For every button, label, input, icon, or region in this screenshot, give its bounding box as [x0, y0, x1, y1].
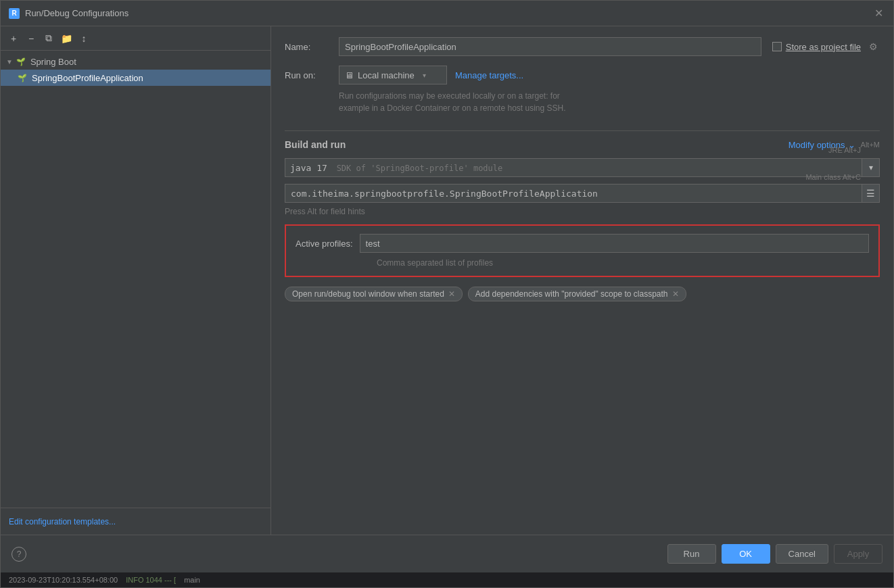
new-folder-button[interactable]: 📁	[59, 31, 74, 46]
action-buttons: Run OK Cancel Apply	[667, 544, 883, 564]
name-input[interactable]	[339, 37, 761, 56]
main-content: + − ⧉ 📁 ↕ ▼ 🌱 Spring Boot 🌱 SpringBootPr…	[1, 26, 893, 535]
run-debug-dialog: R Run/Debug Configurations ✕ + − ⧉ 📁 ↕ ▼…	[0, 0, 894, 588]
dropdown-arrow-icon: ▾	[423, 72, 426, 79]
active-profiles-label: Active profiles:	[296, 239, 353, 249]
main-class-input[interactable]	[285, 184, 862, 203]
profiles-hint: Comma separated list of profiles	[296, 258, 869, 268]
spring-boot-app-item[interactable]: 🌱 SpringBootProfileApplication	[1, 70, 270, 86]
store-project-label[interactable]: Store as project file	[786, 42, 861, 52]
run-on-row: Run on: 🖥 Local machine ▾ Manage targets…	[285, 66, 880, 84]
local-machine-label: Local machine	[358, 70, 415, 80]
name-row: Name: Store as project file ⚙	[285, 37, 880, 56]
group-arrow-icon: ▼	[6, 58, 13, 66]
tag-open-window: Open run/debug tool window when started …	[285, 287, 463, 301]
local-machine-dropdown[interactable]: 🖥 Local machine ▾	[339, 66, 447, 84]
run-hint-line1: Run configurations may be executed local…	[339, 90, 880, 102]
tag-add-dependencies-close[interactable]: ✕	[672, 289, 679, 299]
run-hint-line2: example in a Docker Container or on a re…	[339, 102, 880, 114]
left-panel: + − ⧉ 📁 ↕ ▼ 🌱 Spring Boot 🌱 SpringBootPr…	[1, 26, 271, 535]
status-info: INFO 1044 --- [	[126, 576, 176, 584]
tag-add-dependencies: Add dependencies with "provided" scope t…	[468, 287, 686, 301]
help-button[interactable]: ?	[11, 547, 26, 562]
spring-boot-group-header[interactable]: ▼ 🌱 Spring Boot	[1, 53, 270, 70]
left-bottom-area: Edit configuration templates...	[1, 508, 270, 535]
name-label: Name:	[285, 42, 339, 52]
remove-config-button[interactable]: −	[24, 31, 39, 46]
status-bar: 2023-09-23T10:20:13.554+08:00 INFO 1044 …	[1, 572, 893, 587]
copy-config-button[interactable]: ⧉	[41, 31, 56, 46]
store-gear-icon[interactable]: ⚙	[866, 40, 880, 53]
tag-add-dependencies-label: Add dependencies with "provided" scope t…	[475, 289, 668, 299]
jre-shortcut-hint: JRE Alt+J	[285, 146, 880, 154]
bottom-bar: ? Run OK Cancel Apply	[1, 535, 893, 572]
tag-open-window-label: Open run/debug tool window when started	[292, 289, 444, 299]
active-profiles-row: Active profiles:	[296, 234, 869, 253]
app-run-icon: 🌱	[17, 72, 28, 83]
add-config-button[interactable]: +	[6, 31, 21, 46]
group-label: Spring Boot	[30, 57, 76, 67]
main-class-browse-button[interactable]: ☰	[862, 184, 880, 203]
config-tree: ▼ 🌱 Spring Boot 🌱 SpringBootProfileAppli…	[1, 51, 270, 508]
apply-button[interactable]: Apply	[834, 544, 883, 564]
tag-open-window-close[interactable]: ✕	[448, 289, 455, 299]
edit-templates-link[interactable]: Edit configuration templates...	[9, 517, 116, 526]
left-toolbar: + − ⧉ 📁 ↕	[1, 26, 270, 51]
ok-button[interactable]: OK	[722, 544, 770, 564]
run-button[interactable]: Run	[667, 544, 716, 564]
store-project-area: Store as project file ⚙	[772, 40, 880, 53]
close-button[interactable]: ✕	[872, 7, 885, 20]
spring-boot-group: ▼ 🌱 Spring Boot 🌱 SpringBootProfileAppli…	[1, 53, 270, 86]
right-panel: Name: Store as project file ⚙ Run on: 🖥 …	[271, 26, 893, 535]
app-icon: R	[9, 8, 20, 19]
tags-area: Open run/debug tool window when started …	[285, 287, 880, 307]
main-class-row: Main class Alt+C ☰	[285, 184, 880, 203]
run-hint: Run configurations may be executed local…	[339, 90, 880, 114]
title-bar: R Run/Debug Configurations ✕	[1, 1, 893, 26]
status-datetime: 2023-09-23T10:20:13.554+08:00	[9, 576, 118, 584]
app-item-label: SpringBootProfileApplication	[32, 73, 143, 83]
press-alt-hint: Press Alt for field hints	[285, 207, 880, 216]
active-profiles-input[interactable]	[360, 234, 869, 253]
spring-boot-icon: 🌱	[16, 56, 26, 67]
dialog-title: Run/Debug Configurations	[25, 8, 872, 18]
store-project-checkbox[interactable]	[772, 42, 782, 51]
sort-button[interactable]: ↕	[76, 31, 91, 46]
cancel-button[interactable]: Cancel	[776, 544, 828, 564]
manage-targets-link[interactable]: Manage targets...	[455, 70, 523, 80]
local-machine-icon: 🖥	[345, 70, 354, 80]
active-profiles-section: Active profiles: Comma separated list of…	[285, 224, 880, 277]
status-main: main	[184, 576, 200, 584]
run-on-label: Run on:	[285, 70, 339, 80]
main-class-shortcut: Main class Alt+C	[285, 173, 880, 181]
section-divider	[285, 130, 880, 131]
